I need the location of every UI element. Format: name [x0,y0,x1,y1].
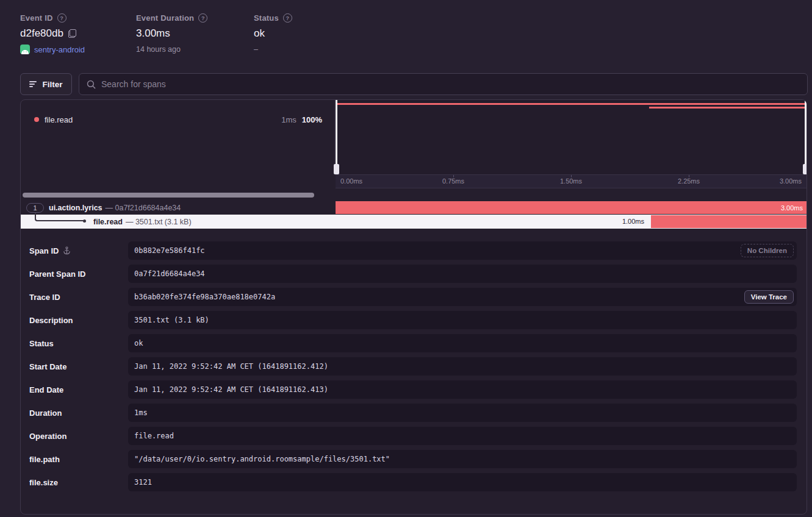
copy-icon[interactable] [68,29,76,38]
event-duration-label: Event Duration [136,13,194,23]
operation-name: file.read [45,115,73,124]
detail-value-parent-span-id: 0a7f21d6684a4e34 [128,265,797,283]
span-row-file-read[interactable]: file.read — 3501.txt (3.1 kB) 1.00ms [21,215,807,229]
event-id-label-row: Event ID ? [20,13,85,23]
detail-value-operation: file.read [128,427,797,445]
help-icon[interactable]: ? [57,13,66,23]
minimap-canvas[interactable] [336,100,807,174]
children-count-badge[interactable]: 1 [26,203,44,213]
minimap-span-line [649,107,807,109]
event-id-block: Event ID ? d2fe80db sentry-android [20,13,85,54]
event-time-ago: 14 hours ago [136,45,207,54]
detail-value-trace-id: b36ab020fe374fe98a370ae818e0742a View Tr… [128,288,797,306]
detail-row-description: Description 3501.txt (3.1 kB) [21,311,807,329]
detail-row-trace-id: Trace ID b36ab020fe374fe98a370ae818e0742… [21,288,807,306]
span-duration-bar[interactable]: 3.00ms [336,201,807,214]
tree-connector-line [35,211,84,221]
span-duration-label: 3.00ms [781,204,803,212]
minimap-left-handle[interactable] [336,100,337,174]
detail-value-file-size: 3121 [128,473,797,491]
detail-row-start-date: Start Date Jan 11, 2022 9:52:42 AM CET (… [21,357,807,376]
detail-row-file-size: file.size 3121 [21,473,807,491]
horizontal-scrollbar[interactable] [23,193,314,198]
event-id-label: Event ID [20,13,53,23]
search-input[interactable] [101,79,800,89]
detail-row-duration: Duration 1ms [21,404,807,422]
status-label: Status [254,13,279,23]
detail-value-status: ok [128,334,797,352]
detail-row-parent-span-id: Parent Span ID 0a7f21d6684a4e34 [21,265,807,283]
detail-value-description: 3501.txt (3.1 kB) [128,311,797,329]
android-icon [20,45,30,54]
filter-icon [29,81,37,87]
detail-row-span-id: Span ID 0b882e7e586f41fc No Children [21,241,807,260]
operations-breakdown: file.read 1ms 100% [21,100,335,174]
status-value: ok [254,27,265,40]
operation-percent: 100% [302,115,322,124]
minimap-right-handle[interactable] [805,100,807,174]
help-icon[interactable]: ? [283,13,292,23]
span-operation: file.read [93,218,123,226]
span-details-table: Span ID 0b882e7e586f41fc No Children Par… [21,241,807,496]
minimap-span-line [337,103,807,105]
axis-tick: 3.00ms [780,177,802,185]
operation-breakdown-row[interactable]: file.read 1ms 100% [21,112,334,127]
axis-tick: 2.25ms [678,177,700,185]
no-children-button[interactable]: No Children [741,244,794,257]
search-icon [87,80,96,89]
span-search-bar [79,73,808,95]
span-row-ui-action-lyrics[interactable]: 1 ui.action.lyrics — 0a7f21d6684a4e34 3.… [21,201,807,215]
filter-button-label: Filter [42,80,62,89]
detail-value-end-date: Jan 11, 2022 9:52:42 AM CET (1641891162.… [128,380,797,399]
detail-row-end-date: End Date Jan 11, 2022 9:52:42 AM CET (16… [21,380,807,399]
status-sub-value: – [254,45,292,54]
status-block: Status ? ok – [254,13,292,54]
detail-value-start-date: Jan 11, 2022 9:52:42 AM CET (1641891162.… [128,357,797,376]
span-duration-label: 1.00ms [622,215,644,229]
span-detail-text: — 3501.txt (3.1 kB) [126,218,192,226]
detail-value-duration: 1ms [128,404,797,422]
span-duration-bar[interactable] [651,215,807,228]
view-trace-button[interactable]: View Trace [744,290,794,304]
detail-value-file-path: "/data/user/0/io.sentry.android.roomsamp… [128,450,797,468]
anchor-icon[interactable] [63,246,71,255]
help-icon[interactable]: ? [198,13,207,23]
project-link-label: sentry-android [34,45,85,54]
axis-tick: 0.00ms [340,177,362,185]
event-duration-block: Event Duration ? 3.00ms 14 hours ago [136,13,207,54]
event-duration-value: 3.00ms [136,27,170,40]
span-detail-text: — 0a7f21d6684a4e34 [106,204,181,212]
trace-panel: file.read 1ms 100% 0.00ms 0.75ms [20,99,807,515]
detail-row-status: Status ok [21,334,807,352]
tree-scroll-row [21,189,335,201]
axis-tick: 0.75ms [442,177,464,185]
detail-row-operation: Operation file.read [21,427,807,445]
minimap-strip: file.read 1ms 100% [21,100,807,174]
filter-button[interactable]: Filter [20,73,72,95]
span-detail-page: Event ID ? d2fe80db sentry-android Event… [0,0,812,517]
axis-tick: 1.50ms [560,177,582,185]
operation-duration: 1ms [281,115,296,124]
event-id-value: d2fe80db [20,27,63,40]
project-link[interactable]: sentry-android [20,45,85,54]
timeline-axis: 0.00ms 0.75ms 1.50ms 2.25ms 3.00ms [336,174,807,188]
operation-color-dot [34,117,39,122]
detail-value-span-id: 0b882e7e586f41fc No Children [128,241,797,260]
detail-row-file-path: file.path "/data/user/0/io.sentry.androi… [21,450,807,468]
